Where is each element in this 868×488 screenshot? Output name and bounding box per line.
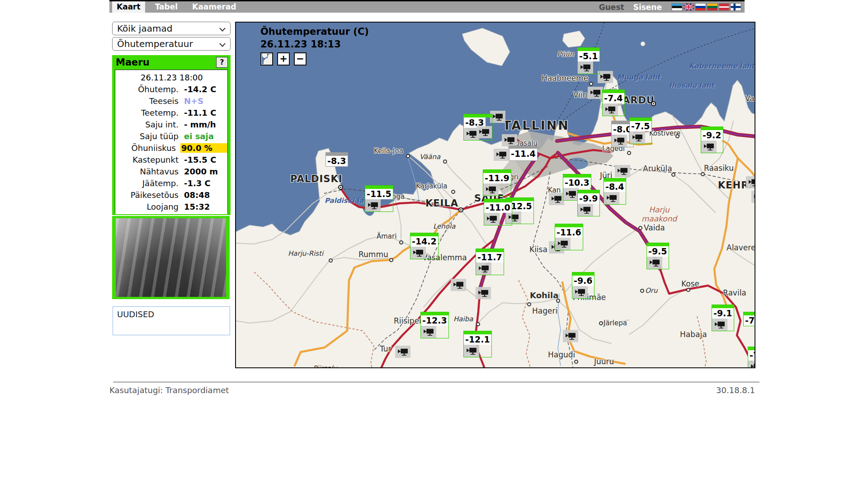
station-camera-icon[interactable] xyxy=(603,103,618,116)
weather-station-marker[interactable]: -9.6 xyxy=(572,272,594,299)
estonia-flag-icon[interactable] xyxy=(672,4,682,10)
overview-map-button[interactable] xyxy=(260,52,273,66)
news-box: UUDISED xyxy=(113,306,230,335)
station-camera-icon[interactable] xyxy=(578,61,593,74)
town-label: Raasiku xyxy=(704,164,734,173)
station-camera-icon[interactable] xyxy=(555,238,571,250)
station-camera-icon[interactable] xyxy=(701,141,717,153)
zoom-out-button[interactable]: − xyxy=(294,52,307,66)
station-data-table: 26.11.23 18:00Õhutemp.-14.2 CTeeseisN+ST… xyxy=(115,70,228,214)
station-camera-row xyxy=(572,286,594,298)
road-camera-icon[interactable] xyxy=(490,111,505,123)
road-camera-icon[interactable] xyxy=(502,134,517,146)
help-button[interactable]: ? xyxy=(216,57,228,68)
station-camera-icon[interactable] xyxy=(484,213,500,225)
station-camera-icon[interactable] xyxy=(421,326,436,338)
weather-station-marker[interactable]: -7 xyxy=(748,347,755,368)
town-label: Kose xyxy=(681,279,699,288)
weather-station-marker[interactable]: -11.4 xyxy=(494,145,538,161)
lithuania-flag-icon[interactable] xyxy=(707,4,717,10)
road-camera-icon[interactable] xyxy=(395,346,410,358)
station-camera-icon[interactable] xyxy=(630,131,645,144)
tab-tabel[interactable]: Tabel xyxy=(151,1,182,13)
road-camera-icon[interactable] xyxy=(476,287,491,299)
weather-station-marker[interactable]: -8.4 xyxy=(604,178,626,205)
road-camera-icon[interactable] xyxy=(598,71,613,83)
station-camera-icon[interactable] xyxy=(578,204,593,216)
weather-station-marker[interactable]: -5.1 xyxy=(577,47,600,74)
town-label: Habaja xyxy=(680,330,707,339)
station-camera-image[interactable] xyxy=(116,218,226,297)
weather-station-marker[interactable]: -11.5 xyxy=(365,185,393,212)
town-label: Püün xyxy=(557,50,574,58)
weather-station-marker[interactable]: -11.6 xyxy=(555,224,583,250)
weather-station-marker[interactable]: -9.1 xyxy=(712,305,734,331)
road-camera-icon[interactable] xyxy=(588,87,603,99)
overview-map-icon xyxy=(262,54,272,64)
station-camera-icon[interactable] xyxy=(365,199,381,211)
weather-station-marker[interactable]: -12.3 xyxy=(420,312,449,338)
town-label: Alavere xyxy=(726,243,755,252)
station-camera-row xyxy=(647,257,669,269)
road-camera-icon[interactable] xyxy=(751,191,755,203)
station-camera-icon[interactable] xyxy=(712,319,727,331)
station-camera-row xyxy=(365,199,393,211)
weather-station-marker[interactable]: -12.1 xyxy=(463,331,492,357)
station-camera-icon[interactable] xyxy=(476,126,492,138)
united-kingdom-flag-icon[interactable] xyxy=(684,4,694,10)
zoom-in-button[interactable]: + xyxy=(277,52,290,66)
station-value-row: -12.3 xyxy=(421,315,448,326)
station-filter-select[interactable]: Kõik jaamad xyxy=(112,22,231,35)
login-link[interactable]: Sisene xyxy=(633,3,662,12)
station-camera-icon[interactable] xyxy=(483,183,499,196)
station-value-row: -11.6 xyxy=(555,227,583,238)
weather-station-marker[interactable]: -9.9 xyxy=(577,190,600,216)
station-status-bar xyxy=(744,312,755,315)
station-status-bar xyxy=(410,233,438,236)
row-label: Jäätemp. xyxy=(115,178,183,188)
weather-station-marker[interactable]: -14.2 xyxy=(410,233,439,259)
weather-station-marker[interactable]: -11.9 xyxy=(483,169,511,196)
station-camera-icon[interactable] xyxy=(563,188,579,200)
station-camera-icon[interactable] xyxy=(748,361,755,368)
station-camera-icon[interactable] xyxy=(612,135,627,147)
station-camera-icon[interactable] xyxy=(410,247,426,259)
road-camera-icon[interactable] xyxy=(615,165,630,177)
weather-station-marker[interactable]: -7.4 xyxy=(602,89,625,116)
station-camera-icon[interactable] xyxy=(464,345,479,357)
weather-station-marker[interactable]: -9.5 xyxy=(646,243,669,269)
station-camera-icon[interactable] xyxy=(572,286,588,298)
latvia-flag-icon[interactable] xyxy=(719,4,729,10)
road-camera-icon[interactable] xyxy=(563,330,578,342)
road-camera-icon[interactable] xyxy=(746,176,755,188)
weather-station-marker[interactable]: -7. xyxy=(743,312,755,326)
station-camera-icon[interactable] xyxy=(604,192,619,204)
station-name: Maeru xyxy=(115,57,150,68)
weather-station-marker[interactable]: -11.7 xyxy=(476,249,504,275)
tab-kaamerad[interactable]: Kaamerad xyxy=(188,1,241,13)
weather-station-marker[interactable]: -7.5 xyxy=(629,117,652,144)
station-value-row: -9.6 xyxy=(572,276,594,286)
station-data-row: Õhuniiskus90.0 % xyxy=(115,142,227,154)
map-canvas[interactable]: Muuga lahtIhasalu lahtKaberneeme lahtPal… xyxy=(235,22,755,368)
weather-station-marker[interactable]: -8.3 xyxy=(326,152,348,167)
finland-flag-icon[interactable] xyxy=(731,4,741,10)
station-status-bar xyxy=(421,312,448,315)
county-line1: Harju xyxy=(649,205,670,214)
row-value: N+S xyxy=(183,96,205,106)
station-camera-icon[interactable] xyxy=(647,257,662,269)
station-camera-icon[interactable] xyxy=(476,263,491,275)
station-camera-icon[interactable] xyxy=(494,149,509,161)
tab-kaart[interactable]: Kaart xyxy=(112,1,145,13)
row-label: Saju int. xyxy=(115,120,183,129)
weather-station-marker[interactable]: -11.0 xyxy=(484,199,512,225)
road-camera-icon[interactable] xyxy=(451,279,466,291)
footer-support: Kasutajatugi: Transpordiamet xyxy=(109,385,229,395)
parameter-select[interactable]: Õhutemperatuur xyxy=(112,37,231,51)
weather-station-marker[interactable]: -8.3 xyxy=(463,114,492,141)
russia-flag-icon[interactable] xyxy=(695,4,706,10)
road-weather-app: KaartTabelKaamerad Guest Sisene Kõik jaa… xyxy=(0,0,868,488)
weather-station-marker[interactable]: -9.2 xyxy=(701,127,723,153)
road-camera-icon[interactable] xyxy=(549,193,564,205)
town-dot xyxy=(451,190,455,194)
